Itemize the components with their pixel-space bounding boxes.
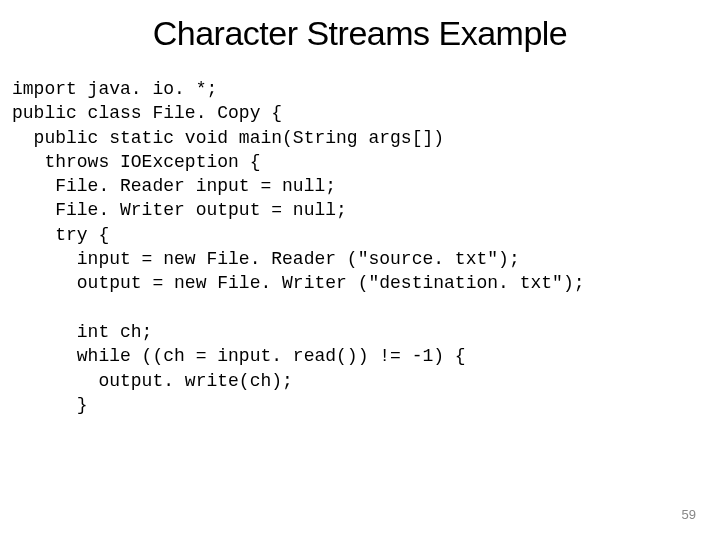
code-line: input = new File. Reader ("source. txt")… bbox=[12, 249, 520, 269]
page-number: 59 bbox=[682, 507, 696, 522]
code-block: import java. io. *; public class File. C… bbox=[0, 77, 720, 417]
code-line: output = new File. Writer ("destination.… bbox=[12, 273, 585, 293]
code-line: try { bbox=[12, 225, 109, 245]
code-line: int ch; bbox=[12, 322, 152, 342]
code-line: public static void main(String args[]) bbox=[12, 128, 444, 148]
code-line: throws IOException { bbox=[12, 152, 260, 172]
code-line: File. Reader input = null; bbox=[12, 176, 336, 196]
code-line: output. write(ch); bbox=[12, 371, 293, 391]
slide-title: Character Streams Example bbox=[0, 0, 720, 77]
code-line: while ((ch = input. read()) != -1) { bbox=[12, 346, 466, 366]
code-line: } bbox=[12, 395, 88, 415]
code-line: public class File. Copy { bbox=[12, 103, 282, 123]
code-line: File. Writer output = null; bbox=[12, 200, 347, 220]
code-line: import java. io. *; bbox=[12, 79, 217, 99]
